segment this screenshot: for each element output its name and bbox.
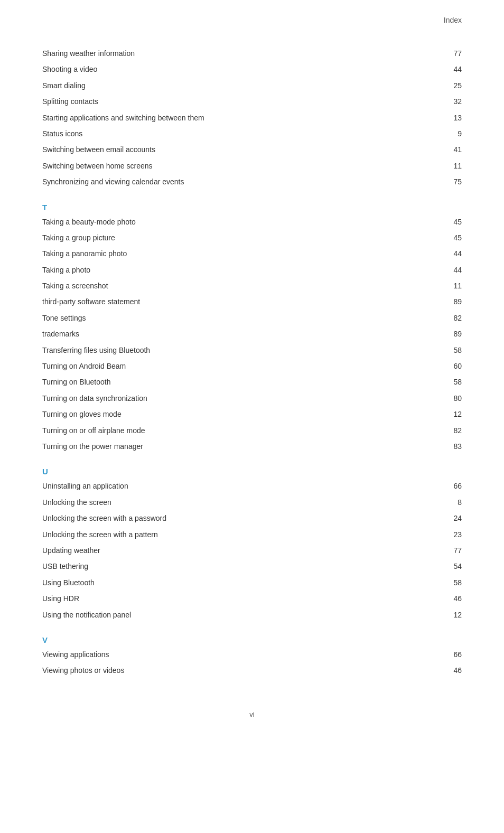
- entry-text: Using HDR: [42, 593, 79, 604]
- entry-text: Taking a panoramic photo: [42, 248, 127, 259]
- entry-text: Uninstalling an application: [42, 480, 128, 492]
- entry-page: 58: [446, 376, 462, 388]
- section-letter-t: T: [42, 203, 462, 212]
- entry-text: Viewing applications: [42, 649, 109, 660]
- entry-text: USB tethering: [42, 560, 88, 572]
- entry-text: Unlocking the screen: [42, 497, 111, 508]
- entry-page: 23: [446, 529, 462, 540]
- u-section-group: U Uninstalling an application 66 Unlocki…: [42, 467, 462, 623]
- list-item: Viewing applications 66: [42, 647, 462, 662]
- list-item: Transferring files using Bluetooth 58: [42, 342, 462, 358]
- list-item: Using the notification panel 12: [42, 607, 462, 623]
- entry-page: 80: [446, 392, 462, 404]
- list-item: Viewing photos or videos 46: [42, 662, 462, 678]
- list-item: Turning on data synchronization 80: [42, 390, 462, 406]
- entry-page: 44: [446, 264, 462, 276]
- entry-page: 11: [446, 160, 462, 172]
- entry-text: Turning on gloves mode: [42, 408, 122, 420]
- entry-text: Smart dialing: [42, 80, 86, 91]
- list-item: Turning on gloves mode 12: [42, 406, 462, 422]
- page-header: Index: [42, 16, 462, 24]
- entry-text: Switching between home screens: [42, 160, 153, 172]
- entry-page: 83: [446, 441, 462, 452]
- list-item: Taking a group picture 45: [42, 230, 462, 246]
- entry-text: Viewing photos or videos: [42, 664, 124, 676]
- list-item: trademarks 89: [42, 326, 462, 342]
- entry-text: Shooting a video: [42, 63, 97, 75]
- list-item: Taking a screenshot 11: [42, 278, 462, 294]
- entry-page: 58: [446, 577, 462, 588]
- entry-page: 75: [446, 176, 462, 188]
- entry-page: 12: [446, 408, 462, 420]
- entry-page: 44: [446, 248, 462, 259]
- entry-page: 66: [446, 649, 462, 660]
- entry-page: 9: [446, 128, 462, 139]
- list-item: Smart dialing 25: [42, 78, 462, 93]
- entry-text: Starting applications and switching betw…: [42, 112, 204, 124]
- entry-page: 32: [446, 96, 462, 107]
- list-item: Using Bluetooth 58: [42, 575, 462, 591]
- entry-text: Using the notification panel: [42, 609, 131, 621]
- entry-text: Turning on Bluetooth: [42, 376, 110, 388]
- list-item: Taking a beauty-mode photo 45: [42, 214, 462, 230]
- entry-page: 77: [446, 545, 462, 556]
- entry-text: Taking a group picture: [42, 232, 115, 244]
- entry-page: 44: [446, 63, 462, 75]
- entry-page: 89: [446, 296, 462, 307]
- s-section-group: Sharing weather information 77 Shooting …: [42, 45, 462, 190]
- entry-page: 58: [446, 344, 462, 356]
- header-title: Index: [444, 16, 462, 24]
- page-number: vi: [249, 710, 254, 718]
- section-letter-u: U: [42, 467, 462, 476]
- entry-page: 82: [446, 312, 462, 324]
- entry-page: 66: [446, 480, 462, 492]
- list-item: Synchronizing and viewing calendar event…: [42, 174, 462, 190]
- entry-page: 24: [446, 512, 462, 524]
- entry-text: Turning on data synchronization: [42, 392, 147, 404]
- entry-page: 8: [446, 497, 462, 508]
- entry-page: 45: [446, 216, 462, 228]
- entry-page: 82: [446, 425, 462, 436]
- list-item: Taking a panoramic photo 44: [42, 246, 462, 261]
- list-item: third-party software statement 89: [42, 294, 462, 310]
- v-section-group: V Viewing applications 66 Viewing photos…: [42, 635, 462, 679]
- entry-page: 45: [446, 232, 462, 244]
- entry-page: 46: [446, 593, 462, 604]
- list-item: Updating weather 77: [42, 542, 462, 558]
- list-item: Switching between email accounts 41: [42, 142, 462, 157]
- list-item: Turning on or off airplane mode 82: [42, 423, 462, 438]
- list-item: Turning on Bluetooth 58: [42, 374, 462, 390]
- entry-text: Updating weather: [42, 545, 100, 556]
- entry-text: third-party software statement: [42, 296, 140, 307]
- list-item: USB tethering 54: [42, 558, 462, 574]
- list-item: Uninstalling an application 66: [42, 478, 462, 494]
- entry-text: Taking a screenshot: [42, 280, 108, 292]
- entry-page: 12: [446, 609, 462, 621]
- list-item: Unlocking the screen with a pattern 23: [42, 527, 462, 542]
- list-item: Sharing weather information 77: [42, 45, 462, 61]
- entry-page: 41: [446, 144, 462, 155]
- entry-text: Splitting contacts: [42, 96, 98, 107]
- entry-text: Status icons: [42, 128, 82, 139]
- entry-page: 46: [446, 664, 462, 676]
- list-item: Starting applications and switching betw…: [42, 110, 462, 126]
- entry-page: 89: [446, 328, 462, 340]
- list-item: Turning on Android Beam 60: [42, 358, 462, 374]
- list-item: Turning on the power manager 83: [42, 438, 462, 454]
- entry-text: Turning on Android Beam: [42, 360, 126, 372]
- entry-text: Sharing weather information: [42, 48, 135, 59]
- list-item: Using HDR 46: [42, 591, 462, 606]
- list-item: Tone settings 82: [42, 310, 462, 326]
- entry-text: Transferring files using Bluetooth: [42, 344, 150, 356]
- section-letter-v: V: [42, 635, 462, 644]
- list-item: Unlocking the screen 8: [42, 494, 462, 510]
- list-item: Switching between home screens 11: [42, 158, 462, 174]
- entry-page: 77: [446, 48, 462, 59]
- entry-page: 11: [446, 280, 462, 292]
- list-item: Taking a photo 44: [42, 262, 462, 278]
- entry-text: Taking a photo: [42, 264, 90, 276]
- entry-text: Switching between email accounts: [42, 144, 155, 155]
- entry-text: Using Bluetooth: [42, 577, 95, 588]
- entry-page: 25: [446, 80, 462, 91]
- page-footer: vi: [42, 710, 462, 718]
